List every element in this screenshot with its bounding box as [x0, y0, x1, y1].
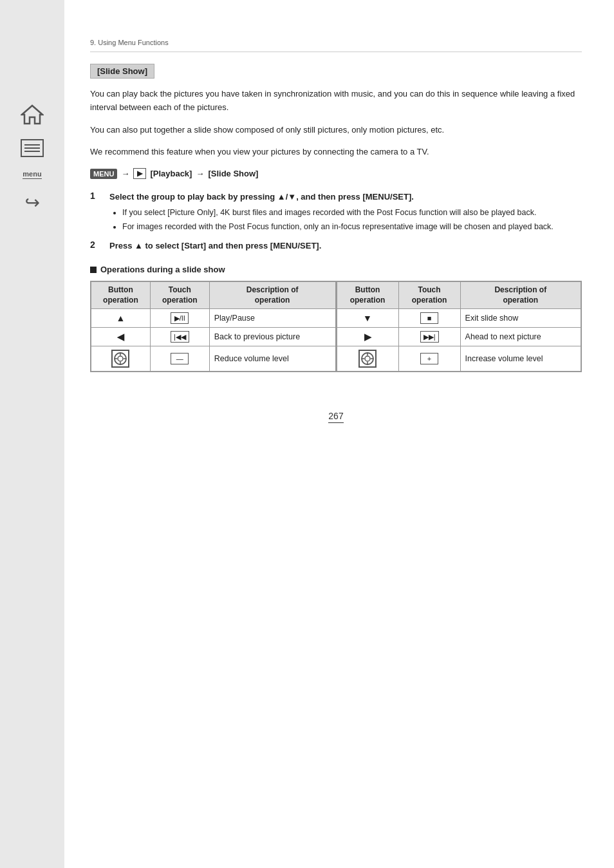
table-row: — Reduce volume level — [91, 346, 336, 372]
desc-prev: Back to previous picture — [209, 328, 335, 346]
intro-p2: You can also put together a slide show c… — [90, 124, 582, 137]
table-row: ▶ ▶▶| Ahead to next picture — [337, 328, 581, 346]
operations-heading: Operations during a slide show — [90, 265, 582, 274]
sidebar-menu-icon[interactable]: menu — [23, 170, 41, 179]
table-row: ▼ ■ Exit slide show — [337, 309, 581, 328]
th-button-op-left: Buttonoperation — [91, 282, 151, 309]
touch-stop: ■ — [398, 309, 460, 328]
step-1: 1 Select the group to play back by press… — [90, 191, 582, 234]
btn-right: ▶ — [337, 328, 398, 346]
step-1-bullets: If you select [Picture Only], 4K burst f… — [122, 207, 582, 233]
sidebar-home-icon[interactable] — [21, 103, 44, 126]
th-desc-right: Description ofoperation — [460, 282, 581, 309]
th-button-op-right: Buttonoperation — [337, 282, 398, 309]
sidebar-list-icon[interactable] — [21, 139, 44, 157]
operations-table: Buttonoperation Touchoperation Descripti… — [90, 281, 582, 372]
page-number: 267 — [90, 411, 582, 421]
step-1-content: Select the group to play back by pressin… — [109, 191, 582, 234]
touch-playpause: ▶/II — [150, 309, 209, 328]
table-row: ◀ |◀◀ Back to previous picture — [91, 328, 336, 346]
arrow1: → — [121, 169, 129, 178]
th-touch-op-left: Touchoperation — [150, 282, 209, 309]
menu-badge: MENU — [90, 169, 117, 179]
intro-p1: You can play back the pictures you have … — [90, 88, 582, 115]
sidebar-back-icon[interactable]: ↩ — [25, 192, 40, 213]
btn-down: ▼ — [337, 309, 398, 328]
step-1-text: Select the group to play back by pressin… — [109, 192, 414, 202]
svg-point-2 — [118, 356, 123, 361]
desc-vol-down: Reduce volume level — [209, 346, 335, 372]
playback-label: [Playback] — [150, 169, 192, 178]
step-2-text: Press ▲ to select [Start] and then press… — [109, 241, 321, 250]
th-desc-left: Description ofoperation — [209, 282, 335, 309]
table-left: Buttonoperation Touchoperation Descripti… — [91, 281, 336, 372]
th-touch-op-right: Touchoperation — [398, 282, 460, 309]
desc-playpause: Play/Pause — [209, 309, 335, 328]
touch-prev: |◀◀ — [150, 328, 209, 346]
main-content: 9. Using Menu Functions [Slide Show] You… — [64, 0, 614, 868]
desc-exit: Exit slide show — [460, 309, 581, 328]
bullet-1: If you select [Picture Only], 4K burst f… — [122, 207, 582, 219]
step-2: 2 Press ▲ to select [Start] and then pre… — [90, 240, 582, 253]
touch-minus: — — [150, 346, 209, 372]
step-2-content: Press ▲ to select [Start] and then press… — [109, 240, 582, 253]
step-2-number: 2 — [90, 240, 103, 253]
table-right: Buttonoperation Touchoperation Descripti… — [337, 281, 582, 372]
btn-vol-up — [337, 346, 398, 372]
slideshow-label: [Slide Show] — [208, 169, 258, 178]
desc-vol-up: Increase volume level — [460, 346, 581, 372]
btn-vol-down — [91, 346, 151, 372]
section-title: [Slide Show] — [90, 64, 154, 79]
step-1-number: 1 — [90, 191, 103, 234]
intro-p3: We recommend this feature when you view … — [90, 146, 582, 159]
menu-path: MENU → ▶ [Playback] → [Slide Show] — [90, 168, 582, 179]
table-row: + Increase volume level — [337, 346, 581, 372]
table-row: ▲ ▶/II Play/Pause — [91, 309, 336, 328]
svg-point-8 — [365, 356, 370, 361]
touch-plus: + — [398, 346, 460, 372]
svg-marker-0 — [22, 106, 42, 124]
breadcrumb: 9. Using Menu Functions — [90, 39, 582, 52]
btn-up: ▲ — [91, 309, 151, 328]
black-square-icon — [90, 267, 97, 273]
steps: 1 Select the group to play back by press… — [90, 191, 582, 253]
bullet-2: For images recorded with the Post Focus … — [122, 221, 582, 233]
operations-heading-text: Operations during a slide show — [100, 265, 225, 274]
playback-badge: ▶ — [133, 168, 146, 179]
btn-left: ◀ — [91, 328, 151, 346]
arrow2: → — [196, 169, 204, 178]
touch-next: ▶▶| — [398, 328, 460, 346]
sidebar: menu ↩ — [0, 0, 64, 868]
desc-next: Ahead to next picture — [460, 328, 581, 346]
